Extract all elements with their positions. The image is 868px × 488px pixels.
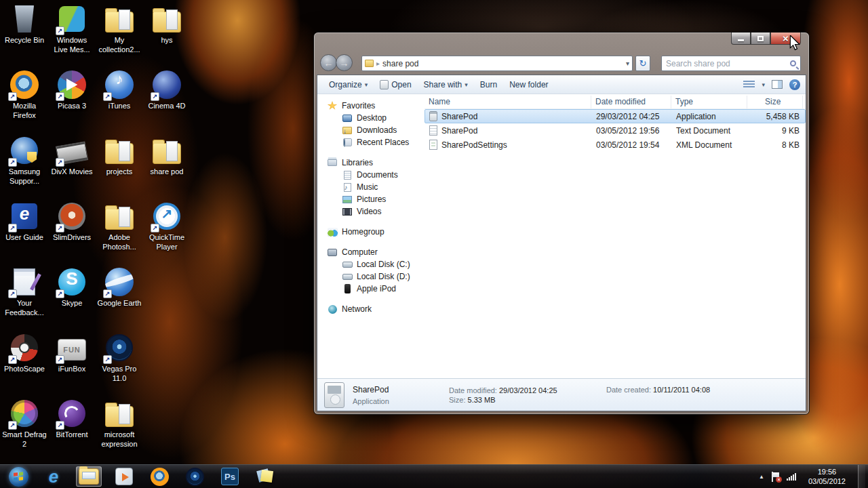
desktop-icon-label: Your Feedback... bbox=[2, 299, 47, 318]
ie-icon bbox=[49, 466, 58, 487]
open-button[interactable]: Open bbox=[374, 78, 417, 92]
column-header-name[interactable]: Name bbox=[425, 96, 591, 108]
desktop-icon-picasa-3[interactable]: ↗Picasa 3 bbox=[50, 70, 94, 111]
desktop-icon-skype[interactable]: ↗Skype bbox=[50, 267, 94, 308]
network-signal-icon[interactable] bbox=[787, 473, 796, 481]
sidebar-item-videos[interactable]: Videos bbox=[324, 205, 425, 218]
show-desktop-button[interactable] bbox=[858, 465, 865, 488]
sidebar-item-label: Music bbox=[357, 182, 378, 192]
preview-pane-icon[interactable] bbox=[772, 80, 783, 89]
maximize-button[interactable] bbox=[751, 33, 770, 45]
sidebar-item-computer[interactable]: Computer bbox=[324, 246, 425, 258]
desktop-icon-hys[interactable]: hys bbox=[144, 4, 189, 45]
taskbar-button-ie[interactable] bbox=[41, 466, 66, 487]
sidebar-item-network[interactable]: Network bbox=[324, 303, 425, 315]
desktop-icon-microsoft-expression[interactable]: microsoft expression bbox=[97, 399, 142, 449]
desktop-icon-share-pod[interactable]: share pod bbox=[144, 136, 189, 177]
minimize-button[interactable] bbox=[731, 33, 751, 45]
sidebar-item-favorites[interactable]: Favorites bbox=[324, 100, 425, 112]
desktop-icon-smart-defrag-2[interactable]: ↗Smart Defrag 2 bbox=[2, 399, 47, 449]
refresh-button[interactable]: ↻ bbox=[635, 56, 650, 71]
help-icon[interactable]: ? bbox=[789, 79, 800, 90]
back-button[interactable]: ← bbox=[320, 54, 337, 71]
sidebar-item-homegroup[interactable]: Homegroup bbox=[324, 226, 425, 238]
file-row-sharepod-application[interactable]: SharePod29/03/2012 04:25Application5,458… bbox=[425, 109, 806, 123]
file-row-sharepodsettings-xml-document[interactable]: SharePodSettings03/05/2012 19:54XML Docu… bbox=[425, 138, 806, 152]
taskbar-button-vegas[interactable] bbox=[182, 466, 208, 487]
share-with-button[interactable]: Share with ▾ bbox=[418, 78, 474, 92]
sidebar-item-music[interactable]: Music bbox=[324, 181, 425, 193]
sidebar-item-local-disk-c[interactable]: Local Disk (C:) bbox=[324, 258, 425, 270]
desktop-icon-bittorrent[interactable]: ↗BitTorrent bbox=[50, 399, 94, 440]
taskbar-button-sticky-notes[interactable] bbox=[252, 466, 278, 487]
desktop-icon-label: Google Earth bbox=[97, 299, 142, 308]
breadcrumb[interactable]: share pod bbox=[382, 59, 418, 68]
show-hidden-icons-button[interactable]: ▲ bbox=[759, 474, 764, 480]
new-folder-button[interactable]: New folder bbox=[503, 78, 554, 92]
desktop-icon-cinema-4d[interactable]: ↗Cinema 4D bbox=[144, 70, 189, 111]
search-input[interactable]: Search share pod bbox=[666, 59, 790, 68]
column-header-type[interactable]: Type bbox=[671, 96, 747, 108]
shortcut-arrow-icon: ↗ bbox=[151, 92, 159, 101]
sidebar-item-desktop[interactable]: Desktop bbox=[324, 112, 425, 124]
chevron-down-icon[interactable]: ▾ bbox=[762, 81, 765, 88]
taskbar-button-photoshop[interactable] bbox=[217, 466, 243, 487]
organize-button[interactable]: Organize ▾ bbox=[323, 78, 374, 92]
desktop-icon-label: My collection2... bbox=[97, 36, 142, 55]
desktop-icon-image: ↗ bbox=[57, 399, 87, 428]
desktop-icon-divx-movies[interactable]: ↗DivX Movies bbox=[50, 136, 94, 177]
column-header-size[interactable]: Size bbox=[747, 96, 803, 108]
shortcut-arrow-icon: ↗ bbox=[103, 92, 112, 101]
desktop-icon-image: ↗ bbox=[104, 70, 134, 100]
sidebar-item-label: Pictures bbox=[357, 195, 386, 204]
desktop-icon-ifunbox[interactable]: ↗iFunBox bbox=[50, 333, 94, 374]
desktop-icon-itunes[interactable]: ↗iTunes bbox=[97, 70, 142, 111]
file-row-sharepod-text-document[interactable]: SharePod03/05/2012 19:56Text Document9 K… bbox=[425, 123, 806, 138]
sidebar-item-pictures[interactable]: Pictures bbox=[324, 193, 425, 205]
desktop-icon-recycle-bin[interactable]: Recycle Bin bbox=[2, 4, 47, 45]
taskbar-button-explorer[interactable] bbox=[76, 466, 102, 487]
sidebar-item-downloads[interactable]: Downloads bbox=[324, 124, 425, 136]
taskbar-button-wmp[interactable] bbox=[111, 466, 137, 487]
column-header-date-modified[interactable]: Date modified bbox=[591, 96, 671, 108]
address-toolbar: ← → ▸ share pod ▾ ↻ Search share pod bbox=[314, 52, 809, 75]
address-dropdown-icon[interactable]: ▾ bbox=[626, 60, 629, 67]
start-button[interactable] bbox=[5, 466, 31, 487]
sidebar-item-local-disk-d[interactable]: Local Disk (D:) bbox=[324, 270, 425, 283]
forward-button[interactable]: → bbox=[336, 54, 353, 71]
recycle-bin-icon bbox=[14, 5, 35, 33]
desktop-icon-mozilla-firefox[interactable]: ↗Mozilla Firefox bbox=[2, 70, 47, 121]
close-button[interactable]: × bbox=[770, 33, 801, 45]
desktop-icon-user-guide[interactable]: ↗User Guide bbox=[2, 201, 47, 243]
file-name-cell: SharePod bbox=[425, 125, 592, 136]
explorer-main: FavoritesDesktopDownloadsRecent PlacesLi… bbox=[317, 94, 806, 378]
desktop-icon-your-feedback[interactable]: ↗Your Feedback... bbox=[2, 267, 47, 318]
desktop-icon-slimdrivers[interactable]: ↗SlimDrivers bbox=[50, 201, 94, 243]
taskbar-button-firefox[interactable] bbox=[146, 466, 172, 487]
desktop-icon-photoscape[interactable]: ↗PhotoScape bbox=[2, 333, 47, 374]
desktop-icon-vegas-pro-11-0[interactable]: ↗Vegas Pro 11.0 bbox=[97, 333, 142, 384]
sidebar-item-label: Desktop bbox=[357, 113, 387, 123]
change-view-icon[interactable] bbox=[743, 81, 755, 89]
address-bar[interactable]: ▸ share pod ▾ bbox=[361, 56, 633, 71]
desktop-icon-google-earth[interactable]: ↗Google Earth bbox=[97, 267, 142, 308]
search-icon[interactable] bbox=[790, 60, 796, 66]
taskbar-clock[interactable]: 19:56 03/05/2012 bbox=[803, 467, 851, 487]
sidebar-item-label: Apple iPod bbox=[357, 284, 396, 293]
desktop-icon-label: Picasa 3 bbox=[50, 102, 94, 111]
sidebar-item-recent-places[interactable]: Recent Places bbox=[324, 136, 425, 148]
sidebar-item-apple-ipod[interactable]: Apple iPod bbox=[324, 283, 425, 295]
action-center-icon[interactable]: × bbox=[771, 472, 780, 482]
file-name-cell: SharePod bbox=[425, 111, 592, 121]
search-box[interactable]: Search share pod bbox=[661, 56, 801, 71]
sidebar-item-documents[interactable]: Documents bbox=[324, 169, 425, 181]
window-titlebar[interactable]: × bbox=[314, 33, 809, 52]
desktop-icon-my-collection2[interactable]: My collection2... bbox=[97, 4, 142, 55]
desktop-icon-projects[interactable]: projects bbox=[97, 136, 142, 177]
burn-button[interactable]: Burn bbox=[474, 78, 503, 92]
sidebar-item-libraries[interactable]: Libraries bbox=[324, 157, 425, 169]
desktop-icon-samsung-suppor[interactable]: ↗Samsung Suppor... bbox=[2, 136, 47, 186]
desktop-icon-windows-live-mes[interactable]: ↗Windows Live Mes... bbox=[50, 4, 94, 55]
desktop-icon-adobe-photosh[interactable]: Adobe Photosh... bbox=[97, 201, 142, 252]
desktop-icon-quicktime-player[interactable]: ↗QuickTime Player bbox=[144, 201, 189, 252]
